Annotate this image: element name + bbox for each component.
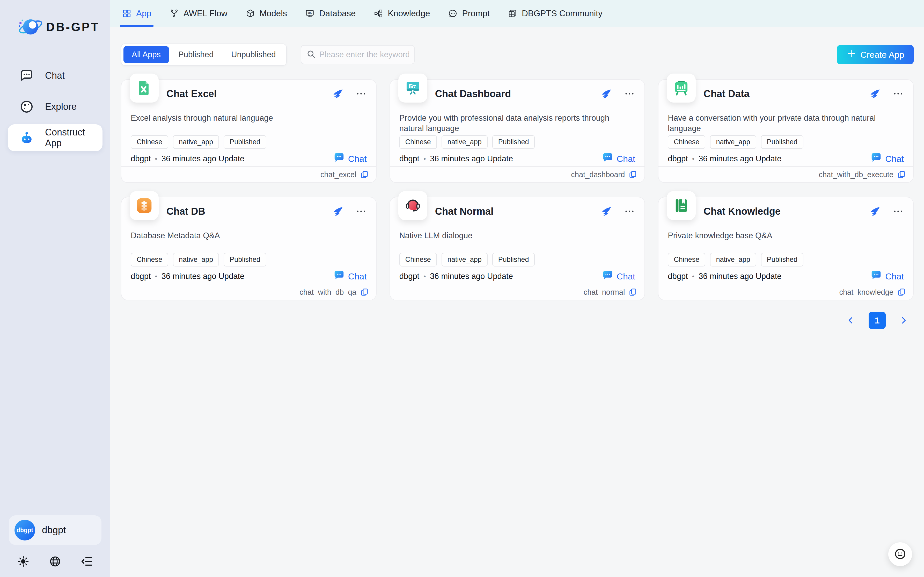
content: All AppsPublishedUnpublished Create App …: [110, 27, 924, 577]
filter-unpublished[interactable]: Unpublished: [223, 46, 284, 63]
chat-gradient-icon: [333, 152, 345, 166]
globe-icon: [49, 555, 61, 568]
tab-awel-flow[interactable]: AWEL Flow: [170, 0, 228, 27]
page-1-button[interactable]: 1: [869, 312, 886, 329]
tab-label: DBGPTS Community: [522, 8, 603, 18]
sidebar-item-explore[interactable]: Explore: [8, 93, 103, 120]
card-actions: [869, 206, 904, 217]
app-logo[interactable]: DB-GPT: [16, 13, 110, 40]
knowledge-book-icon: [672, 197, 690, 214]
copy-slug-button[interactable]: [897, 170, 906, 179]
app-icon-box: [130, 191, 159, 220]
pagination: 1: [121, 312, 914, 329]
tag-pill: native_app: [442, 253, 488, 266]
filter-published[interactable]: Published: [170, 46, 222, 63]
chat-button[interactable]: Chat: [333, 269, 367, 283]
app-card-chat-db: Chat DBDatabase Metadata Q&AChinesenativ…: [121, 197, 377, 300]
tab-knowledge[interactable]: Knowledge: [374, 0, 430, 27]
slug-label: chat_knowledge: [839, 288, 893, 297]
card-tags: Chinesenative_appPublished: [668, 253, 803, 266]
chat-button[interactable]: Chat: [333, 152, 367, 166]
tag-pill: Chinese: [399, 253, 437, 266]
share-dingtalk-button[interactable]: [332, 206, 344, 217]
sidebar-item-label: Chat: [45, 70, 65, 81]
copy-slug-button[interactable]: [628, 170, 637, 179]
share-dingtalk-button[interactable]: [601, 88, 612, 100]
card-header: Chat Dashboard: [435, 88, 635, 100]
cluster-icon: [374, 9, 383, 18]
tag-pill: Published: [492, 135, 535, 149]
card-tags: Chinesenative_appPublished: [668, 135, 803, 149]
app-card-chat-knowledge: Chat KnowledgePrivate knowledge base Q&A…: [658, 197, 914, 300]
next-page-button[interactable]: [899, 316, 908, 325]
share-dingtalk-button[interactable]: [869, 88, 881, 100]
app-icon-box: [399, 191, 427, 220]
copy-slug-button[interactable]: [360, 170, 369, 179]
sidebar: DB-GPT ChatExploreConstruct App dbgpt db…: [0, 0, 110, 577]
card-actions: [869, 88, 904, 100]
card-updated: 36 minutes ago Update: [162, 154, 244, 163]
search-box[interactable]: [301, 45, 415, 64]
card-slug-bar: chat_knowledge: [659, 284, 913, 300]
more-options-button[interactable]: [892, 88, 904, 100]
prev-page-button[interactable]: [846, 316, 855, 325]
avatar: dbgpt: [14, 520, 35, 540]
tab-prompt[interactable]: Prompt: [448, 0, 490, 27]
copy-slug-button[interactable]: [360, 288, 369, 297]
smiley-icon: [894, 548, 907, 561]
card-owner: dbgpt: [399, 272, 419, 281]
chat-button[interactable]: Chat: [602, 269, 635, 283]
slug-label: chat_dashboard: [571, 171, 625, 179]
copy-slug-button[interactable]: [628, 288, 637, 297]
tab-models[interactable]: Models: [246, 0, 287, 27]
card-title: Chat DB: [166, 206, 205, 217]
dashboard-monitor-icon: [404, 79, 422, 97]
tab-app[interactable]: App: [122, 0, 151, 27]
card-owner: dbgpt: [668, 154, 688, 163]
create-app-button[interactable]: Create App: [837, 45, 914, 64]
chat-button[interactable]: Chat: [870, 269, 904, 283]
copy-icon: [360, 170, 369, 179]
card-title: Chat Data: [704, 88, 749, 100]
more-options-button[interactable]: [892, 206, 904, 217]
dot-separator: •: [423, 155, 426, 163]
card-footer: dbgpt•36 minutes ago UpdateChat: [668, 269, 904, 283]
copy-slug-button[interactable]: [897, 288, 906, 297]
collapse-sidebar-button[interactable]: [81, 555, 93, 568]
theme-toggle-button[interactable]: [17, 555, 29, 568]
card-footer: dbgpt•36 minutes ago UpdateChat: [399, 152, 635, 166]
sidebar-item-chat[interactable]: Chat: [8, 62, 103, 89]
more-options-button[interactable]: [355, 206, 367, 217]
cube-icon: [246, 9, 255, 18]
user-name: dbgpt: [42, 525, 66, 535]
card-actions: [332, 206, 367, 217]
chat-button[interactable]: Chat: [870, 152, 904, 166]
card-updated: 36 minutes ago Update: [699, 272, 782, 281]
filter-all-apps[interactable]: All Apps: [124, 46, 169, 63]
app-root: DB-GPT ChatExploreConstruct App dbgpt db…: [0, 0, 924, 577]
share-dingtalk-button[interactable]: [601, 206, 612, 217]
tab-database[interactable]: SQLDatabase: [305, 0, 356, 27]
language-button[interactable]: [49, 555, 61, 568]
card-title: Chat Knowledge: [704, 206, 781, 217]
chat-button[interactable]: Chat: [602, 152, 635, 166]
sidebar-item-label: Construct App: [45, 127, 91, 149]
tag-pill: native_app: [710, 253, 756, 266]
sidebar-item-construct-app[interactable]: Construct App: [8, 124, 103, 151]
more-options-button[interactable]: [624, 88, 635, 100]
share-dingtalk-button[interactable]: [869, 206, 881, 217]
more-options-button[interactable]: [624, 206, 635, 217]
card-owner: dbgpt: [131, 272, 151, 281]
feedback-fab[interactable]: [888, 542, 912, 566]
blocks-icon: [508, 9, 517, 18]
app-icon-box: [667, 74, 696, 103]
tag-pill: native_app: [173, 253, 219, 266]
more-options-button[interactable]: [355, 88, 367, 100]
share-dingtalk-button[interactable]: [332, 88, 344, 100]
tab-label: Database: [319, 8, 356, 18]
tab-dbgpts-community[interactable]: DBGPTS Community: [508, 0, 603, 27]
card-footer: dbgpt•36 minutes ago UpdateChat: [131, 269, 367, 283]
user-chip[interactable]: dbgpt dbgpt: [9, 515, 101, 545]
filter-segmented-control: All AppsPublishedUnpublished: [121, 44, 287, 66]
search-input[interactable]: [320, 50, 409, 59]
